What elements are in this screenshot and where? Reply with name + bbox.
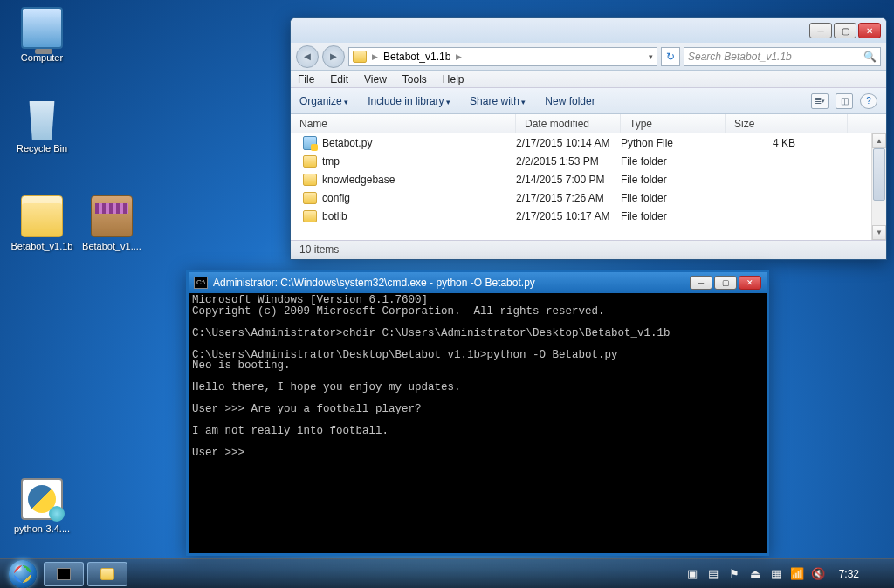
tray-icon[interactable]: ▤ bbox=[706, 567, 720, 581]
close-button[interactable]: ✕ bbox=[858, 23, 881, 38]
desktop-icon-label: Betabot_v1.1b bbox=[7, 241, 77, 252]
start-button[interactable] bbox=[5, 559, 40, 589]
dropdown-arrow-icon[interactable]: ▾ bbox=[649, 52, 653, 61]
include-library-button[interactable]: Include in library bbox=[368, 95, 450, 107]
python-installer-icon bbox=[21, 478, 63, 520]
desktop-icon-python[interactable]: python-3.4.... bbox=[7, 478, 77, 535]
table-row[interactable]: config2/17/2015 7:26 AMFile folder bbox=[291, 188, 886, 207]
table-row[interactable]: tmp2/2/2015 1:53 PMFile folder bbox=[291, 152, 886, 170]
folder-icon bbox=[303, 210, 317, 222]
new-folder-button[interactable]: New folder bbox=[545, 95, 595, 107]
search-icon: 🔍 bbox=[863, 51, 877, 63]
breadcrumb[interactable]: ▶ Betabot_v1.1b ▶ ▾ bbox=[348, 47, 657, 66]
maximize-button[interactable]: ▢ bbox=[714, 276, 737, 290]
file-type: Python File bbox=[621, 137, 726, 149]
file-name: knowledgebase bbox=[322, 174, 395, 186]
file-date: 2/17/2015 10:17 AM bbox=[516, 210, 621, 222]
col-name[interactable]: Name bbox=[291, 114, 516, 133]
menu-edit[interactable]: Edit bbox=[330, 73, 348, 85]
winrar-icon bbox=[91, 195, 133, 237]
file-name: tmp bbox=[322, 155, 340, 168]
table-row[interactable]: knowledgebase2/14/2015 7:00 PMFile folde… bbox=[291, 170, 886, 188]
network-icon[interactable]: 📶 bbox=[790, 567, 804, 581]
taskbar-item-explorer[interactable] bbox=[87, 562, 127, 586]
windows-orb-icon bbox=[9, 560, 37, 588]
view-options-button[interactable]: ≣▾ bbox=[811, 93, 829, 109]
help-button[interactable]: ? bbox=[860, 93, 877, 109]
table-row[interactable]: Betabot.py2/17/2015 10:14 AMPython File4… bbox=[291, 133, 886, 152]
scroll-up-button[interactable]: ▲ bbox=[872, 133, 886, 148]
desktop-icon-recyclebin[interactable]: Recycle Bin bbox=[7, 98, 77, 154]
breadcrumb-item[interactable]: Betabot_v1.1b bbox=[383, 51, 450, 63]
chevron-right-icon: ▶ bbox=[456, 52, 462, 61]
desktop-icon-label: Betabot_v1.... bbox=[77, 241, 147, 252]
file-type: File folder bbox=[621, 210, 726, 222]
file-list: Betabot.py2/17/2015 10:14 AMPython File4… bbox=[291, 133, 886, 240]
cmd-window: C:\ Administrator: C:\Windows\system32\c… bbox=[186, 270, 769, 556]
folder-icon bbox=[21, 195, 63, 237]
col-size[interactable]: Size bbox=[726, 114, 848, 133]
desktop-icon-betabot-folder[interactable]: Betabot_v1.1b bbox=[7, 195, 77, 252]
menu-tools[interactable]: Tools bbox=[402, 73, 427, 85]
preview-pane-button[interactable]: ◫ bbox=[836, 93, 853, 109]
cmd-title: Administrator: C:\Windows\system32\cmd.e… bbox=[213, 277, 535, 289]
clock[interactable]: 7:32 bbox=[832, 568, 866, 580]
file-type: File folder bbox=[621, 155, 726, 168]
file-type: File folder bbox=[621, 192, 726, 204]
tray-icon[interactable]: ▣ bbox=[685, 567, 699, 581]
search-input[interactable]: Search Betabot_v1.1b 🔍 bbox=[684, 47, 881, 66]
volume-icon[interactable]: 🔇 bbox=[811, 567, 825, 581]
file-size: 4 KB bbox=[726, 137, 813, 149]
file-date: 2/2/2015 1:53 PM bbox=[516, 155, 621, 168]
cmd-titlebar[interactable]: C:\ Administrator: C:\Windows\system32\c… bbox=[189, 272, 767, 293]
tray-icon[interactable]: ⏏ bbox=[748, 567, 762, 581]
menu-help[interactable]: Help bbox=[443, 73, 464, 85]
refresh-button[interactable]: ↻ bbox=[661, 47, 680, 66]
maximize-button[interactable]: ▢ bbox=[834, 23, 856, 38]
chevron-right-icon: ▶ bbox=[372, 52, 378, 61]
scrollbar[interactable]: ▲ ▼ bbox=[871, 133, 886, 240]
col-type[interactable]: Type bbox=[621, 114, 726, 133]
explorer-window: ─ ▢ ✕ ◄ ► ▶ Betabot_v1.1b ▶ ▾ ↻ Search B… bbox=[290, 17, 887, 260]
taskbar-item-cmd[interactable] bbox=[44, 562, 84, 586]
show-desktop-button[interactable] bbox=[877, 559, 885, 589]
close-button[interactable]: ✕ bbox=[739, 276, 761, 290]
computer-icon bbox=[21, 7, 63, 49]
scroll-down-button[interactable]: ▼ bbox=[872, 225, 886, 240]
taskbar: ▣ ▤ ⚑ ⏏ ▦ 📶 🔇 7:32 bbox=[0, 558, 894, 588]
forward-button[interactable]: ► bbox=[322, 45, 345, 68]
desktop-icon-label: python-3.4.... bbox=[7, 523, 77, 535]
file-name: config bbox=[322, 192, 350, 204]
file-date: 2/14/2015 7:00 PM bbox=[516, 174, 621, 186]
desktop-icon-betabot-rar[interactable]: Betabot_v1.... bbox=[77, 195, 147, 252]
recycle-bin-icon bbox=[21, 98, 63, 140]
organize-button[interactable]: Organize bbox=[299, 95, 348, 107]
status-bar: 10 items bbox=[291, 240, 886, 259]
folder-icon bbox=[303, 155, 317, 168]
file-date: 2/17/2015 10:14 AM bbox=[516, 137, 621, 149]
col-date[interactable]: Date modified bbox=[516, 114, 621, 133]
minimize-button[interactable]: ─ bbox=[690, 276, 712, 290]
search-placeholder: Search Betabot_v1.1b bbox=[688, 51, 792, 63]
table-row[interactable]: botlib2/17/2015 10:17 AMFile folder bbox=[291, 207, 886, 225]
console-output[interactable]: Microsoft Windows [Version 6.1.7600] Cop… bbox=[189, 293, 767, 553]
share-button[interactable]: Share with bbox=[470, 95, 526, 107]
system-tray: ▣ ▤ ⚑ ⏏ ▦ 📶 🔇 7:32 bbox=[685, 559, 889, 589]
folder-icon bbox=[353, 51, 367, 63]
cmd-icon: C:\ bbox=[194, 277, 208, 289]
menu-file[interactable]: File bbox=[298, 73, 314, 85]
menu-view[interactable]: View bbox=[364, 73, 387, 85]
scroll-thumb[interactable] bbox=[873, 148, 885, 201]
folder-icon bbox=[100, 568, 114, 580]
minimize-button[interactable]: ─ bbox=[809, 23, 832, 38]
file-date: 2/17/2015 7:26 AM bbox=[516, 192, 621, 204]
desktop-icon-computer[interactable]: Computer bbox=[7, 7, 77, 64]
file-name: Betabot.py bbox=[322, 137, 372, 149]
tray-icon[interactable]: ▦ bbox=[769, 567, 783, 581]
folder-icon bbox=[303, 174, 317, 186]
back-button[interactable]: ◄ bbox=[296, 45, 319, 68]
explorer-titlebar[interactable]: ─ ▢ ✕ bbox=[291, 18, 886, 43]
action-center-icon[interactable]: ⚑ bbox=[727, 567, 741, 581]
python-file-icon bbox=[303, 136, 317, 150]
file-name: botlib bbox=[322, 210, 347, 222]
